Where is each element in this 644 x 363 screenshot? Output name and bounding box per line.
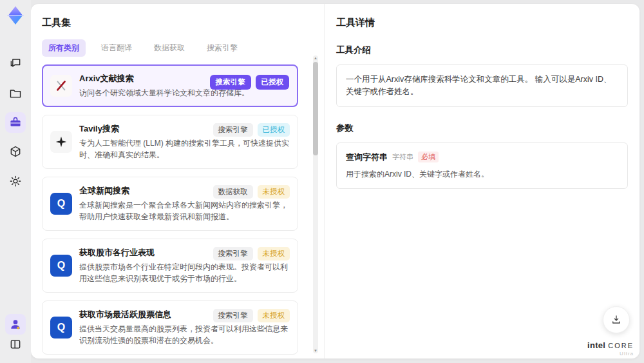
tool-card-4[interactable]: Q获取市场最活跃股票信息提供当天交易量最高的股票列表，投资者可以利用这些信息来识… bbox=[42, 300, 298, 355]
tool-description: 全球新闻搜索是一个聚合全球各大新闻网站内容的搜索引擎，帮助用户快速获取全球最新资… bbox=[79, 199, 290, 222]
details-column: 工具详情 工具介绍 一个用于从Arxiv存储库搜索科学论文和文章的工具。 输入可… bbox=[324, 4, 639, 358]
toolbox-icon[interactable] bbox=[5, 112, 26, 133]
parameter-type: 字符串 bbox=[392, 152, 413, 162]
tab-1[interactable]: 语言翻译 bbox=[95, 39, 138, 57]
params-heading: 参数 bbox=[336, 123, 628, 134]
status-badge: 已授权 bbox=[258, 123, 290, 137]
user-icon[interactable] bbox=[5, 314, 26, 335]
panel-toggle-icon[interactable] bbox=[5, 334, 26, 355]
tab-0[interactable]: 所有类别 bbox=[42, 39, 86, 57]
main-panel: 工具集 所有类别语言翻译数据获取搜索引擎 Arxiv文献搜索访问各个研究领域大量… bbox=[31, 4, 639, 358]
status-badge: 已授权 bbox=[256, 75, 290, 90]
arxiv-icon bbox=[50, 75, 72, 97]
tool-description: 专为人工智能代理 (LLM) 构建的搜索引擎工具，可快速提供实时、准确和真实的结… bbox=[79, 137, 290, 161]
tools-column: 工具集 所有类别语言翻译数据获取搜索引擎 Arxiv文献搜索访问各个研究领域大量… bbox=[31, 4, 324, 358]
app-logo bbox=[5, 5, 26, 26]
status-badge: 未授权 bbox=[258, 185, 290, 199]
tavily-icon bbox=[50, 131, 72, 153]
parameter-description: 用于搜索的Arxiv ID、关键字或作者姓名。 bbox=[346, 169, 618, 180]
buildings-news-icon: Q bbox=[50, 317, 72, 338]
cube-icon[interactable] bbox=[5, 141, 26, 162]
q-app-icon: Q bbox=[50, 255, 72, 277]
parameter-item: 查询字符串 字符串 必填 用于搜索的Arxiv ID、关键字或作者姓名。 bbox=[336, 142, 628, 189]
intel-core-logo: intelcore Ultra bbox=[587, 340, 634, 357]
page-title: 工具集 bbox=[42, 17, 311, 29]
gear-icon[interactable] bbox=[5, 171, 26, 191]
tool-card-3[interactable]: Q获取股市各行业表现提供股票市场各个行业在特定时间段内的表现。投资者可以利用这些… bbox=[42, 239, 298, 293]
tool-card-2[interactable]: Q全球新闻搜索全球新闻搜索是一个聚合全球各大新闻网站内容的搜索引擎，帮助用户快速… bbox=[42, 177, 298, 231]
tool-card-1[interactable]: Tavily搜索专为人工智能代理 (LLM) 构建的搜索引擎工具，可快速提供实时… bbox=[42, 115, 298, 169]
parameter-name: 查询字符串 bbox=[346, 152, 388, 163]
tool-intro-text: 一个用于从Arxiv存储库搜索科学论文和文章的工具。 输入可以是Arxiv ID… bbox=[336, 64, 628, 107]
download-button[interactable] bbox=[603, 306, 630, 333]
folder-icon[interactable] bbox=[5, 83, 26, 104]
scrollbar-up-arrow[interactable]: ▲ bbox=[313, 55, 318, 61]
tab-3[interactable]: 搜索引擎 bbox=[200, 39, 244, 57]
q-app-icon: Q bbox=[50, 193, 72, 215]
core-wordmark: core bbox=[608, 342, 634, 349]
intel-wordmark: intel bbox=[587, 340, 605, 350]
sidebar bbox=[0, 0, 31, 363]
ultra-wordmark: Ultra bbox=[587, 351, 634, 357]
status-badge: 未授权 bbox=[258, 247, 290, 260]
status-badge: 未授权 bbox=[258, 309, 290, 322]
scrollbar-thumb[interactable] bbox=[313, 62, 318, 155]
category-badge: 搜索引擎 bbox=[213, 247, 253, 260]
category-tabs: 所有类别语言翻译数据获取搜索引擎 bbox=[42, 39, 311, 57]
category-badge: 搜索引擎 bbox=[213, 309, 253, 322]
parameter-required-badge: 必填 bbox=[418, 152, 439, 162]
category-badge: 数据获取 bbox=[213, 185, 253, 199]
category-badge: 搜索引擎 bbox=[213, 123, 253, 137]
tab-2[interactable]: 数据获取 bbox=[147, 39, 191, 57]
tool-card-0[interactable]: Arxiv文献搜索访问各个研究领域大量科学论文和文章的存储库。搜索引擎已授权 bbox=[42, 64, 298, 107]
download-icon bbox=[611, 314, 622, 326]
tool-description: 提供当天交易量最高的股票列表，投资者可以利用这些信息来识别流动性强的股票和潜在的… bbox=[79, 323, 290, 346]
tool-list-scrollbar[interactable]: ▲ ▼ bbox=[313, 55, 318, 353]
category-badge: 搜索引擎 bbox=[210, 75, 251, 90]
scrollbar-down-arrow[interactable]: ▼ bbox=[313, 348, 318, 353]
tool-description: 提供股票市场各个行业在特定时间段内的表现。投资者可以利用这些信息来识别表现优于或… bbox=[79, 261, 290, 284]
chat-icon[interactable] bbox=[5, 53, 26, 74]
tool-list: Arxiv文献搜索访问各个研究领域大量科学论文和文章的存储库。搜索引擎已授权Ta… bbox=[42, 64, 311, 356]
intro-heading: 工具介绍 bbox=[336, 44, 628, 56]
details-title: 工具详情 bbox=[336, 17, 628, 29]
